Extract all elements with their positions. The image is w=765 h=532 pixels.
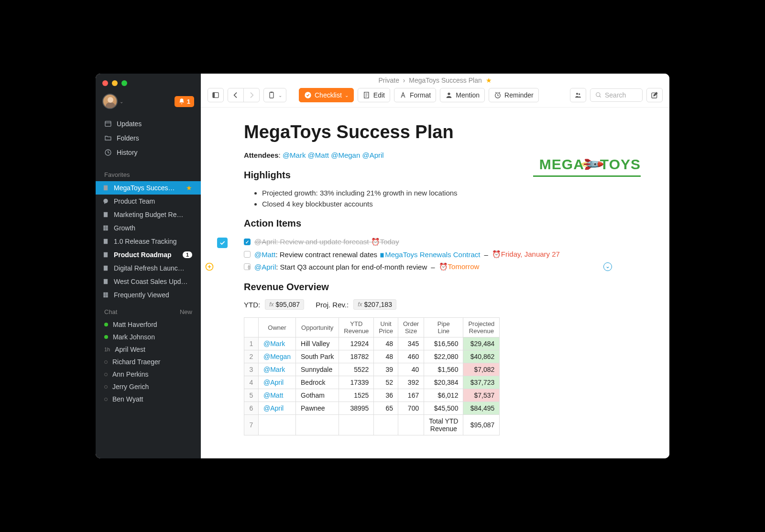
sidebar-item[interactable]: Product Team	[96, 195, 201, 208]
toggle-sidebar-button[interactable]	[208, 88, 224, 102]
back-button[interactable]	[228, 88, 244, 102]
svg-rect-4	[104, 212, 108, 217]
action-items-heading: Action Items	[244, 218, 626, 229]
due-date[interactable]: ⏰Friday, January 27	[492, 250, 560, 259]
table-row[interactable]: 3@MarkSunnydale55223940$1,560$7,082	[244, 363, 500, 376]
action-items-block: @April: Review and update forecast ⏰Toda…	[217, 236, 626, 273]
mention[interactable]: @Megan	[331, 151, 360, 159]
sidebar-nav-folders[interactable]: Folders	[96, 131, 201, 145]
compose-button[interactable]	[646, 88, 663, 102]
checkbox[interactable]	[244, 239, 251, 245]
mention[interactable]: @Mark	[283, 151, 306, 159]
sidebar-item[interactable]: Growth	[96, 221, 201, 235]
edit-icon	[363, 91, 371, 99]
proj-chip[interactable]: fx$207,183	[353, 299, 396, 310]
sidebar-item[interactable]: West Coast Sales Upd…	[96, 275, 201, 288]
svg-point-19	[576, 93, 578, 95]
sidebar-item[interactable]: Frequently Viewed	[96, 288, 201, 302]
due-date[interactable]: ⏰Tomorrow	[439, 262, 480, 271]
mention[interactable]: @April	[259, 402, 296, 415]
breadcrumb-parent[interactable]: Private	[378, 76, 399, 84]
column-header[interactable]: Opportunity	[296, 318, 339, 337]
sidebar-item[interactable]: MegaToys Succes…★	[96, 181, 201, 195]
checklist-toggle[interactable]	[217, 238, 228, 248]
action-item[interactable]: @Matt: Review contract renewal dates Meg…	[244, 248, 626, 261]
reminder-button[interactable]: Reminder	[489, 88, 539, 102]
close-icon[interactable]	[102, 80, 108, 86]
chat-item[interactable]: Mark Johnson	[96, 331, 201, 343]
chat-item[interactable]: 1hApril West	[96, 343, 201, 356]
chat-heading: Chat	[104, 308, 117, 315]
new-chat-button[interactable]: New	[180, 308, 192, 315]
chat-item[interactable]: Jerry Gerich	[96, 380, 201, 393]
chat-item[interactable]: Ben Wyatt	[96, 393, 201, 405]
svg-rect-9	[104, 279, 108, 284]
mention[interactable]: @Matt	[254, 250, 275, 259]
column-header[interactable]: OrderSize	[398, 318, 424, 337]
table-row[interactable]: 5@MattGotham152536167$6,012$7,537	[244, 389, 500, 402]
forward-button[interactable]	[243, 88, 260, 102]
mention[interactable]: @April	[254, 263, 276, 271]
column-header[interactable]	[244, 318, 259, 337]
sidebar-item[interactable]: Product Roadmap1	[96, 248, 201, 261]
badge: 1	[183, 251, 192, 258]
drag-handle-icon[interactable]: ▴▾	[248, 264, 251, 270]
add-comment-icon[interactable]	[205, 262, 214, 271]
mention-button[interactable]: Mention	[440, 88, 485, 102]
sidebar: ⌄ 1 UpdatesFoldersHistory Favorites Mega…	[96, 74, 201, 458]
edit-button[interactable]: Edit	[358, 88, 390, 102]
column-header[interactable]: ProjectedRevenue	[463, 318, 500, 337]
svg-point-20	[579, 93, 580, 95]
chevron-left-icon	[232, 91, 240, 99]
profile-menu[interactable]: ⌄	[102, 94, 123, 109]
column-header[interactable]: UnitPrice	[374, 318, 398, 337]
clipboard-button[interactable]: ⌄	[263, 88, 286, 102]
search-input[interactable]: Search	[590, 88, 643, 102]
mention[interactable]: @Matt	[259, 389, 296, 402]
table-row[interactable]: 2@MeganSouth Park1878248460$22,080$40,86…	[244, 350, 500, 363]
mention[interactable]: @April	[362, 151, 383, 159]
revenue-table[interactable]: OwnerOpportunityYTDRevenueUnitPriceOrder…	[244, 317, 500, 435]
chat-item[interactable]: Matt Haverford	[96, 318, 201, 331]
toolbar: ⌄ Checklist⌄ Edit Format Mention Reminde…	[201, 86, 669, 108]
document-link[interactable]: MegaToys Renewals Contract	[385, 250, 480, 259]
mention[interactable]: @Mark	[259, 363, 296, 376]
mention[interactable]: @Megan	[259, 350, 296, 363]
sidebar-nav-history[interactable]: History	[96, 145, 201, 160]
format-button[interactable]: Format	[394, 88, 436, 102]
svg-rect-23	[381, 253, 384, 257]
sidebar-item[interactable]: Digital Refresh Launc…	[96, 261, 201, 275]
column-header[interactable]: PipeLine	[424, 318, 463, 337]
action-item[interactable]: ▴▾@April: Start Q3 account plan for end-…	[244, 261, 626, 273]
chat-item[interactable]: Ann Perkins	[96, 368, 201, 380]
expand-icon[interactable]	[603, 262, 612, 271]
status-online-icon	[104, 323, 108, 326]
ytd-chip[interactable]: fx$95,087	[265, 299, 304, 310]
table-row[interactable]: 6@AprilPawnee3899565700$45,500$84,495	[244, 402, 500, 415]
status-online-icon	[104, 335, 108, 339]
chat-item[interactable]: Richard Traeger	[96, 356, 201, 368]
maximize-icon[interactable]	[121, 80, 127, 86]
share-button[interactable]	[570, 88, 586, 102]
sidebar-item[interactable]: Marketing Budget Re…	[96, 208, 201, 221]
mention[interactable]: @Mark	[259, 337, 296, 350]
table-row[interactable]: 1@MarkHill Valley1292448345$16,560$29,48…	[244, 337, 500, 350]
action-item[interactable]: @April: Review and update forecast ⏰Toda…	[244, 236, 626, 248]
status-offline-icon	[104, 360, 108, 364]
document-body[interactable]: MegaToys Success Plan Attendees: @Mark @…	[201, 108, 669, 458]
column-header[interactable]: YTDRevenue	[339, 318, 374, 337]
column-header[interactable]: Owner	[259, 318, 296, 337]
checklist-button[interactable]: Checklist⌄	[299, 88, 354, 102]
sidebar-item[interactable]: 1.0 Release Tracking	[96, 235, 201, 248]
checkbox[interactable]	[244, 251, 251, 258]
status-offline-icon	[104, 373, 108, 376]
mention[interactable]: @Matt	[308, 151, 329, 159]
sidebar-nav-updates[interactable]: Updates	[96, 117, 201, 131]
table-row[interactable]: 4@AprilBedrock1733952392$20,384$37,723	[244, 376, 500, 389]
minimize-icon[interactable]	[112, 80, 118, 86]
svg-point-21	[596, 93, 600, 97]
star-icon[interactable]: ★	[484, 76, 492, 84]
mention[interactable]: @April	[259, 376, 296, 389]
list-item: Closed 4 key blockbuster accounts	[262, 198, 626, 209]
notifications-button[interactable]: 1	[175, 96, 194, 107]
